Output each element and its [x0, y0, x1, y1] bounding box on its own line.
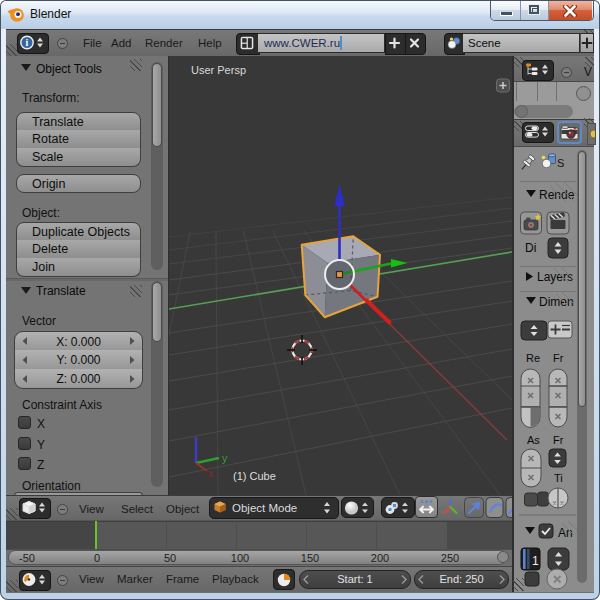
- svg-text:Rende: Rende: [539, 188, 575, 202]
- svg-text:Dimen: Dimen: [539, 295, 574, 309]
- svg-text:S: S: [557, 157, 564, 169]
- svg-text:y: y: [222, 452, 228, 464]
- svg-text:i: i: [26, 37, 29, 48]
- svg-text:x: x: [208, 467, 214, 479]
- svg-text:Fr: Fr: [553, 434, 564, 446]
- svg-text:Ti: Ti: [554, 472, 563, 484]
- svg-text:Di: Di: [525, 241, 536, 255]
- svg-text:An: An: [558, 526, 573, 540]
- svg-text:1: 1: [532, 554, 539, 568]
- svg-text:Fr: Fr: [553, 352, 564, 364]
- svg-text:Re: Re: [526, 352, 540, 364]
- svg-text:As: As: [527, 434, 540, 446]
